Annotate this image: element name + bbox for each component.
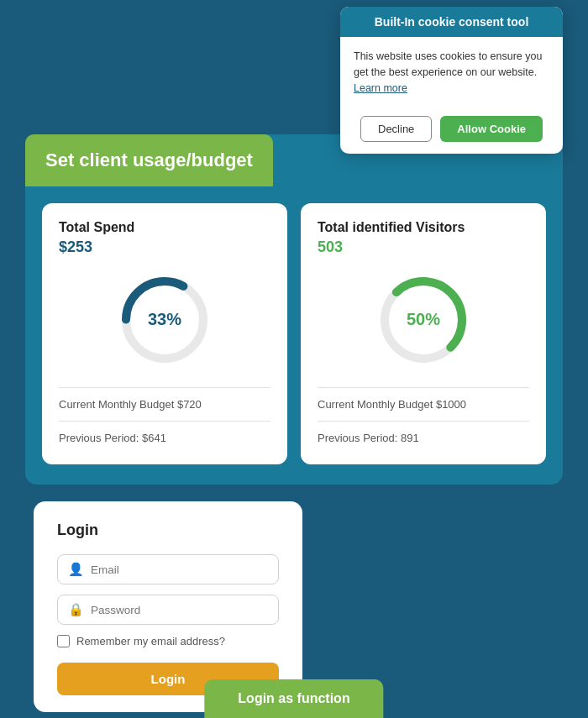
budget-header: Set client usage/budget bbox=[25, 134, 273, 186]
remember-row: Remember my email address? bbox=[57, 635, 279, 647]
person-icon: 👤 bbox=[68, 562, 84, 577]
cookie-buttons: Decline Allow Cookie bbox=[340, 107, 563, 154]
spend-divider2 bbox=[59, 421, 270, 422]
visitors-donut-chart: 50% bbox=[373, 270, 474, 370]
main-content: Set client usage/budget Total Spend $253… bbox=[25, 134, 563, 668]
decline-button[interactable]: Decline bbox=[360, 116, 432, 142]
remember-label: Remember my email address? bbox=[76, 635, 225, 647]
total-visitors-value: 503 bbox=[318, 238, 529, 256]
spend-previous: Previous Period: $641 bbox=[59, 428, 270, 448]
visitors-monthly-budget: Current Monthly Budget $1000 bbox=[318, 395, 529, 414]
allow-cookie-button[interactable]: Allow Cookie bbox=[440, 116, 543, 142]
cookie-consent-tooltip: Built-In cookie consent tool This websit… bbox=[340, 7, 563, 154]
cookie-header: Built-In cookie consent tool bbox=[340, 7, 563, 37]
visitors-previous: Previous Period: 891 bbox=[318, 428, 529, 448]
visitors-divider2 bbox=[318, 421, 529, 422]
total-spend-card: Total Spend $253 33% Current Monthly Bud… bbox=[42, 203, 287, 464]
cards-row: Total Spend $253 33% Current Monthly Bud… bbox=[25, 203, 563, 464]
visitors-donut-container: 50% bbox=[318, 270, 529, 370]
spend-donut-chart: 33% bbox=[114, 270, 215, 370]
spend-monthly-budget: Current Monthly Budget $720 bbox=[59, 395, 270, 414]
svg-text:33%: 33% bbox=[148, 310, 181, 328]
budget-title: Set client usage/budget bbox=[45, 149, 253, 170]
svg-text:50%: 50% bbox=[407, 310, 440, 328]
lock-icon: 🔒 bbox=[68, 602, 84, 617]
spend-donut-container: 33% bbox=[59, 270, 270, 370]
total-visitors-card: Total identified Visitors 503 50% Curren… bbox=[301, 203, 546, 464]
email-input-wrapper: 👤 bbox=[57, 554, 279, 584]
cookie-body-text: This website uses cookies to ensure you … bbox=[354, 50, 542, 78]
password-input[interactable] bbox=[91, 604, 268, 616]
budget-section: Set client usage/budget Total Spend $253… bbox=[25, 134, 563, 485]
login-as-function-button[interactable]: Login as function bbox=[204, 679, 383, 718]
total-spend-value: $253 bbox=[59, 238, 270, 256]
spend-divider bbox=[59, 387, 270, 388]
login-title: Login bbox=[57, 521, 279, 539]
remember-checkbox[interactable] bbox=[57, 635, 70, 647]
email-input[interactable] bbox=[91, 563, 268, 576]
password-input-wrapper: 🔒 bbox=[57, 595, 279, 625]
cookie-body: This website uses cookies to ensure you … bbox=[340, 37, 563, 107]
visitors-divider bbox=[318, 387, 529, 388]
total-visitors-title: Total identified Visitors bbox=[318, 220, 529, 235]
learn-more-link[interactable]: Learn more bbox=[354, 82, 407, 94]
total-spend-title: Total Spend bbox=[59, 220, 270, 235]
